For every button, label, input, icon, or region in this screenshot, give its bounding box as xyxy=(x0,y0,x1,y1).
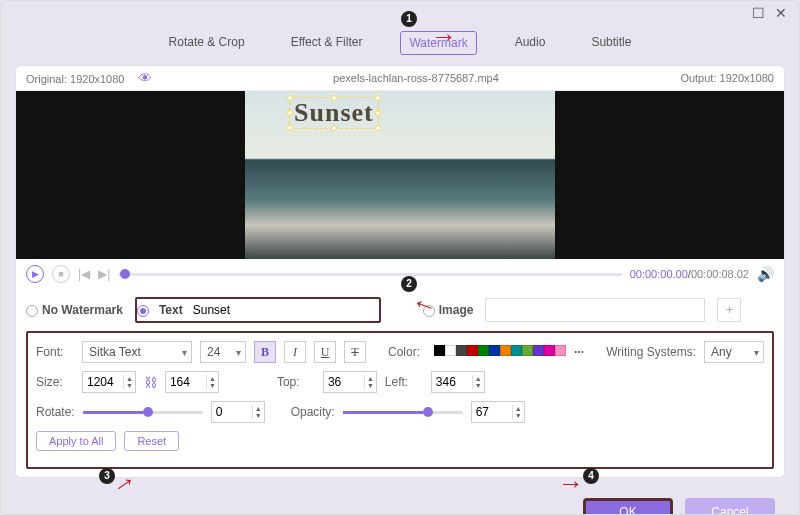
playback-bar: ▶ ■ |◀ ▶| 00:00:00.00/00:00:08.02 🔊 xyxy=(16,259,784,289)
arrow-4: → xyxy=(558,468,584,499)
color-swatch[interactable] xyxy=(445,345,456,356)
titlebar: ☐ ✕ xyxy=(1,1,799,25)
top-stepper[interactable]: ▲▼ xyxy=(323,371,377,393)
opacity-slider[interactable] xyxy=(343,411,463,414)
file-info-row: Original: 1920x1080 👁 pexels-lachlan-ros… xyxy=(16,66,784,91)
filename-label: pexels-lachlan-ross-8775687.mp4 xyxy=(333,72,499,84)
color-swatch[interactable] xyxy=(544,345,555,356)
underline-button[interactable]: U xyxy=(314,341,336,363)
prev-frame-icon[interactable]: |◀ xyxy=(78,267,90,281)
color-swatch[interactable] xyxy=(456,345,467,356)
color-swatch[interactable] xyxy=(511,345,522,356)
tab-effect-filter[interactable]: Effect & Filter xyxy=(283,31,371,55)
color-swatch[interactable] xyxy=(467,345,478,356)
color-swatch[interactable] xyxy=(434,345,445,356)
color-swatch[interactable] xyxy=(500,345,511,356)
bold-button[interactable]: B xyxy=(254,341,276,363)
seek-slider[interactable] xyxy=(118,273,621,276)
writing-systems-label: Writing Systems: xyxy=(606,345,696,359)
next-frame-icon[interactable]: ▶| xyxy=(98,267,110,281)
color-swatch[interactable] xyxy=(489,345,500,356)
no-watermark-label: No Watermark xyxy=(42,303,123,317)
rotate-stepper[interactable]: ▲▼ xyxy=(211,401,265,423)
top-label: Top: xyxy=(277,375,315,389)
output-resolution: 1920x1080 xyxy=(720,72,774,84)
rotate-label: Rotate: xyxy=(36,405,75,419)
tab-audio[interactable]: Audio xyxy=(507,31,554,55)
watermark-type-row: No Watermark Text Image + xyxy=(16,289,784,331)
opacity-label: Opacity: xyxy=(291,405,335,419)
editor-window: ☐ ✕ 1 → Rotate & Crop Effect & Filter Wa… xyxy=(0,0,800,515)
maximize-icon[interactable]: ☐ xyxy=(752,5,765,21)
play-button[interactable]: ▶ xyxy=(26,265,44,283)
width-stepper[interactable]: ▲▼ xyxy=(82,371,136,393)
cancel-button[interactable]: Cancel xyxy=(685,498,775,515)
volume-icon[interactable]: 🔊 xyxy=(757,266,774,282)
link-aspect-icon[interactable]: ⛓ xyxy=(144,375,157,390)
ok-button[interactable]: OK xyxy=(583,498,673,515)
left-label: Left: xyxy=(385,375,423,389)
text-radio-label: Text xyxy=(153,303,189,317)
strike-button[interactable]: T xyxy=(344,341,366,363)
add-image-button[interactable]: + xyxy=(717,298,741,322)
video-preview[interactable]: Sunset xyxy=(16,91,784,259)
font-size-select[interactable]: 24 xyxy=(200,341,246,363)
color-label: Color: xyxy=(388,345,426,359)
writing-systems-select[interactable]: Any xyxy=(704,341,764,363)
tab-subtitle[interactable]: Subtitle xyxy=(583,31,639,55)
watermark-text-input[interactable] xyxy=(189,299,379,321)
watermark-rendered-text: Sunset xyxy=(294,98,374,127)
color-swatch[interactable] xyxy=(555,345,566,356)
content-panel: Original: 1920x1080 👁 pexels-lachlan-ros… xyxy=(15,65,785,478)
height-stepper[interactable]: ▲▼ xyxy=(165,371,219,393)
color-swatch[interactable] xyxy=(533,345,544,356)
output-label: Output: xyxy=(680,72,719,84)
tab-bar: Rotate & Crop Effect & Filter Watermark … xyxy=(1,25,799,65)
text-watermark-group: Text xyxy=(135,297,381,323)
opacity-stepper[interactable]: ▲▼ xyxy=(471,401,525,423)
image-radio-label: Image xyxy=(439,303,474,317)
size-label: Size: xyxy=(36,375,74,389)
left-stepper[interactable]: ▲▼ xyxy=(431,371,485,393)
watermark-bbox[interactable]: Sunset xyxy=(289,97,379,129)
color-swatch[interactable] xyxy=(522,345,533,356)
color-swatches xyxy=(434,345,566,359)
original-resolution: 1920x1080 xyxy=(70,73,124,85)
tab-rotate-crop[interactable]: Rotate & Crop xyxy=(161,31,253,55)
time-display: 00:00:00.00/00:00:08.02 xyxy=(630,268,749,280)
preview-toggle-icon[interactable]: 👁 xyxy=(138,70,152,86)
more-colors-button[interactable]: ··· xyxy=(574,345,584,359)
stop-button[interactable]: ■ xyxy=(52,265,70,283)
image-path-input[interactable] xyxy=(485,298,705,322)
watermark-settings-panel: Font: Sitka Text 24 B I U T Color: ··· W… xyxy=(26,331,774,469)
reset-button[interactable]: Reset xyxy=(124,431,179,451)
font-family-select[interactable]: Sitka Text xyxy=(82,341,192,363)
step-badge-4: 4 xyxy=(583,468,599,484)
arrow-1: → xyxy=(431,21,457,52)
close-icon[interactable]: ✕ xyxy=(775,5,787,21)
step-badge-2: 2 xyxy=(401,276,417,292)
apply-to-all-button[interactable]: Apply to All xyxy=(36,431,116,451)
no-watermark-radio[interactable]: No Watermark xyxy=(26,303,123,317)
preview-image: Sunset xyxy=(245,91,555,259)
text-radio[interactable] xyxy=(137,303,153,317)
rotate-slider[interactable] xyxy=(83,411,203,414)
italic-button[interactable]: I xyxy=(284,341,306,363)
original-label: Original: xyxy=(26,73,70,85)
step-badge-1: 1 xyxy=(401,11,417,27)
color-swatch[interactable] xyxy=(478,345,489,356)
font-label: Font: xyxy=(36,345,74,359)
